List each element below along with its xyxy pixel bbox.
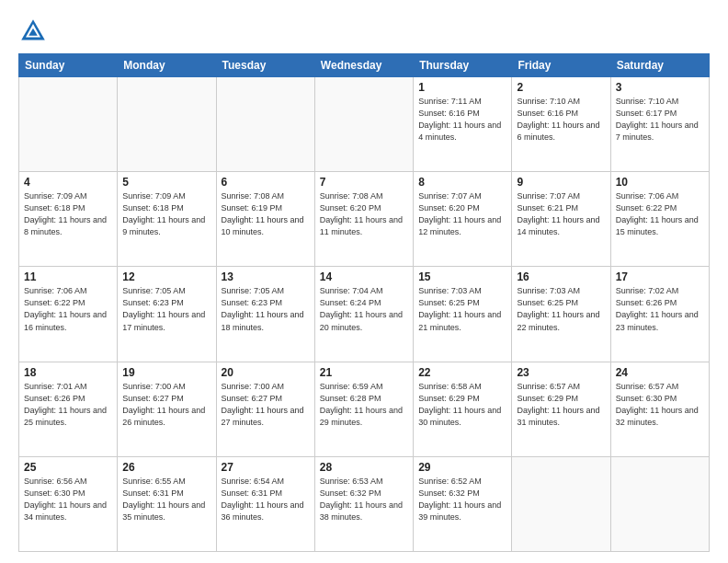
calendar-cell: 19Sunrise: 7:00 AM Sunset: 6:27 PM Dayli… bbox=[118, 362, 216, 456]
day-info: Sunrise: 7:04 AM Sunset: 6:24 PM Dayligh… bbox=[320, 285, 408, 333]
day-number: 13 bbox=[222, 270, 310, 283]
day-info: Sunrise: 6:59 AM Sunset: 6:28 PM Dayligh… bbox=[320, 381, 408, 429]
day-info: Sunrise: 6:56 AM Sunset: 6:30 PM Dayligh… bbox=[24, 476, 112, 523]
day-number: 19 bbox=[122, 366, 210, 379]
day-info: Sunrise: 7:05 AM Sunset: 6:23 PM Dayligh… bbox=[222, 285, 310, 333]
calendar-week-row: 4Sunrise: 7:09 AM Sunset: 6:18 PM Daylig… bbox=[19, 172, 710, 267]
day-number: 5 bbox=[122, 176, 210, 189]
day-number: 2 bbox=[517, 81, 605, 94]
calendar-header-saturday: Saturday bbox=[610, 54, 709, 77]
day-number: 24 bbox=[616, 366, 704, 379]
day-number: 4 bbox=[24, 176, 112, 189]
day-info: Sunrise: 7:07 AM Sunset: 6:20 PM Dayligh… bbox=[418, 190, 506, 238]
day-info: Sunrise: 7:10 AM Sunset: 6:17 PM Dayligh… bbox=[616, 96, 704, 144]
calendar-header-wednesday: Wednesday bbox=[314, 54, 413, 77]
day-info: Sunrise: 6:53 AM Sunset: 6:32 PM Dayligh… bbox=[320, 476, 408, 523]
day-info: Sunrise: 7:00 AM Sunset: 6:27 PM Dayligh… bbox=[222, 381, 310, 429]
calendar-cell: 3Sunrise: 7:10 AM Sunset: 6:17 PM Daylig… bbox=[610, 77, 709, 172]
day-info: Sunrise: 6:54 AM Sunset: 6:31 PM Dayligh… bbox=[222, 476, 310, 523]
day-number: 29 bbox=[418, 461, 506, 474]
day-info: Sunrise: 7:08 AM Sunset: 6:20 PM Dayligh… bbox=[320, 190, 408, 238]
day-number: 20 bbox=[222, 366, 310, 379]
calendar-cell: 12Sunrise: 7:05 AM Sunset: 6:23 PM Dayli… bbox=[118, 267, 216, 362]
day-info: Sunrise: 6:52 AM Sunset: 6:32 PM Dayligh… bbox=[418, 476, 506, 523]
day-number: 3 bbox=[616, 81, 704, 94]
logo bbox=[18, 17, 51, 46]
calendar-cell bbox=[610, 456, 709, 551]
calendar-cell: 5Sunrise: 7:09 AM Sunset: 6:18 PM Daylig… bbox=[118, 172, 216, 267]
day-info: Sunrise: 7:02 AM Sunset: 6:26 PM Dayligh… bbox=[616, 285, 704, 333]
calendar-cell: 13Sunrise: 7:05 AM Sunset: 6:23 PM Dayli… bbox=[216, 267, 314, 362]
day-number: 7 bbox=[320, 176, 408, 189]
calendar-cell: 22Sunrise: 6:58 AM Sunset: 6:29 PM Dayli… bbox=[414, 362, 512, 456]
calendar-cell: 16Sunrise: 7:03 AM Sunset: 6:25 PM Dayli… bbox=[512, 267, 610, 362]
day-number: 18 bbox=[24, 366, 112, 379]
day-number: 12 bbox=[122, 270, 210, 283]
calendar-cell: 29Sunrise: 6:52 AM Sunset: 6:32 PM Dayli… bbox=[414, 456, 512, 551]
day-number: 10 bbox=[616, 176, 704, 189]
day-info: Sunrise: 7:09 AM Sunset: 6:18 PM Dayligh… bbox=[24, 190, 112, 238]
day-number: 11 bbox=[24, 270, 112, 283]
calendar-header-thursday: Thursday bbox=[414, 54, 512, 77]
header bbox=[18, 17, 710, 46]
calendar-cell: 28Sunrise: 6:53 AM Sunset: 6:32 PM Dayli… bbox=[314, 456, 413, 551]
day-number: 6 bbox=[222, 176, 310, 189]
calendar-cell bbox=[512, 456, 610, 551]
calendar-cell: 18Sunrise: 7:01 AM Sunset: 6:26 PM Dayli… bbox=[19, 362, 118, 456]
day-info: Sunrise: 7:03 AM Sunset: 6:25 PM Dayligh… bbox=[517, 285, 605, 333]
day-number: 17 bbox=[616, 270, 704, 283]
day-info: Sunrise: 7:11 AM Sunset: 6:16 PM Dayligh… bbox=[418, 96, 506, 144]
calendar-cell: 17Sunrise: 7:02 AM Sunset: 6:26 PM Dayli… bbox=[610, 267, 709, 362]
calendar-header-row: SundayMondayTuesdayWednesdayThursdayFrid… bbox=[19, 54, 710, 77]
day-number: 26 bbox=[122, 461, 210, 474]
day-number: 25 bbox=[24, 461, 112, 474]
day-info: Sunrise: 7:08 AM Sunset: 6:19 PM Dayligh… bbox=[222, 190, 310, 238]
day-number: 9 bbox=[517, 176, 605, 189]
calendar-table: SundayMondayTuesdayWednesdayThursdayFrid… bbox=[18, 53, 710, 552]
calendar-cell: 4Sunrise: 7:09 AM Sunset: 6:18 PM Daylig… bbox=[19, 172, 118, 267]
calendar-cell: 15Sunrise: 7:03 AM Sunset: 6:25 PM Dayli… bbox=[414, 267, 512, 362]
day-number: 21 bbox=[320, 366, 408, 379]
day-info: Sunrise: 6:55 AM Sunset: 6:31 PM Dayligh… bbox=[122, 476, 210, 523]
calendar-cell bbox=[314, 77, 413, 172]
day-info: Sunrise: 7:00 AM Sunset: 6:27 PM Dayligh… bbox=[122, 381, 210, 429]
calendar-cell bbox=[118, 77, 216, 172]
day-info: Sunrise: 7:03 AM Sunset: 6:25 PM Dayligh… bbox=[418, 285, 506, 333]
calendar-week-row: 1Sunrise: 7:11 AM Sunset: 6:16 PM Daylig… bbox=[19, 77, 710, 172]
page: SundayMondayTuesdayWednesdayThursdayFrid… bbox=[0, 0, 728, 563]
calendar-cell: 23Sunrise: 6:57 AM Sunset: 6:29 PM Dayli… bbox=[512, 362, 610, 456]
day-number: 27 bbox=[222, 461, 310, 474]
calendar-cell: 6Sunrise: 7:08 AM Sunset: 6:19 PM Daylig… bbox=[216, 172, 314, 267]
calendar-cell: 25Sunrise: 6:56 AM Sunset: 6:30 PM Dayli… bbox=[19, 456, 118, 551]
calendar-cell: 26Sunrise: 6:55 AM Sunset: 6:31 PM Dayli… bbox=[118, 456, 216, 551]
day-number: 23 bbox=[517, 366, 605, 379]
day-info: Sunrise: 7:09 AM Sunset: 6:18 PM Dayligh… bbox=[122, 190, 210, 238]
day-number: 14 bbox=[320, 270, 408, 283]
calendar-cell: 1Sunrise: 7:11 AM Sunset: 6:16 PM Daylig… bbox=[414, 77, 512, 172]
day-info: Sunrise: 6:57 AM Sunset: 6:29 PM Dayligh… bbox=[517, 381, 605, 429]
calendar-header-tuesday: Tuesday bbox=[216, 54, 314, 77]
day-info: Sunrise: 7:06 AM Sunset: 6:22 PM Dayligh… bbox=[616, 190, 704, 238]
day-number: 22 bbox=[418, 366, 506, 379]
day-info: Sunrise: 7:06 AM Sunset: 6:22 PM Dayligh… bbox=[24, 285, 112, 333]
calendar-week-row: 11Sunrise: 7:06 AM Sunset: 6:22 PM Dayli… bbox=[19, 267, 710, 362]
day-info: Sunrise: 6:58 AM Sunset: 6:29 PM Dayligh… bbox=[418, 381, 506, 429]
calendar-cell: 10Sunrise: 7:06 AM Sunset: 6:22 PM Dayli… bbox=[610, 172, 709, 267]
calendar-cell: 20Sunrise: 7:00 AM Sunset: 6:27 PM Dayli… bbox=[216, 362, 314, 456]
calendar-cell bbox=[19, 77, 118, 172]
logo-icon bbox=[18, 17, 48, 46]
calendar-header-monday: Monday bbox=[118, 54, 216, 77]
day-number: 16 bbox=[517, 270, 605, 283]
calendar-cell: 27Sunrise: 6:54 AM Sunset: 6:31 PM Dayli… bbox=[216, 456, 314, 551]
calendar-cell: 7Sunrise: 7:08 AM Sunset: 6:20 PM Daylig… bbox=[314, 172, 413, 267]
calendar-cell: 24Sunrise: 6:57 AM Sunset: 6:30 PM Dayli… bbox=[610, 362, 709, 456]
day-info: Sunrise: 6:57 AM Sunset: 6:30 PM Dayligh… bbox=[616, 381, 704, 429]
calendar-cell: 9Sunrise: 7:07 AM Sunset: 6:21 PM Daylig… bbox=[512, 172, 610, 267]
day-info: Sunrise: 7:05 AM Sunset: 6:23 PM Dayligh… bbox=[122, 285, 210, 333]
day-info: Sunrise: 7:07 AM Sunset: 6:21 PM Dayligh… bbox=[517, 190, 605, 238]
calendar-week-row: 25Sunrise: 6:56 AM Sunset: 6:30 PM Dayli… bbox=[19, 456, 710, 551]
calendar-cell: 21Sunrise: 6:59 AM Sunset: 6:28 PM Dayli… bbox=[314, 362, 413, 456]
calendar-cell: 2Sunrise: 7:10 AM Sunset: 6:16 PM Daylig… bbox=[512, 77, 610, 172]
calendar-header-friday: Friday bbox=[512, 54, 610, 77]
day-info: Sunrise: 7:10 AM Sunset: 6:16 PM Dayligh… bbox=[517, 96, 605, 144]
